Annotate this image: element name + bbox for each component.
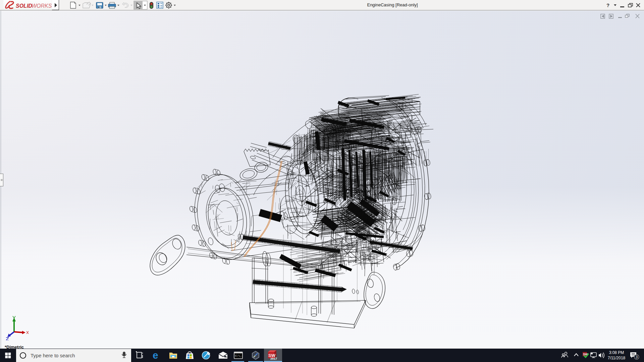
svg-text:2017: 2017 (270, 357, 277, 360)
svg-text:?: ? (606, 2, 609, 8)
svg-text:3: 3 (636, 355, 638, 359)
svg-text:e: e (153, 350, 158, 361)
svg-text:C:\_: C:\_ (235, 354, 241, 357)
